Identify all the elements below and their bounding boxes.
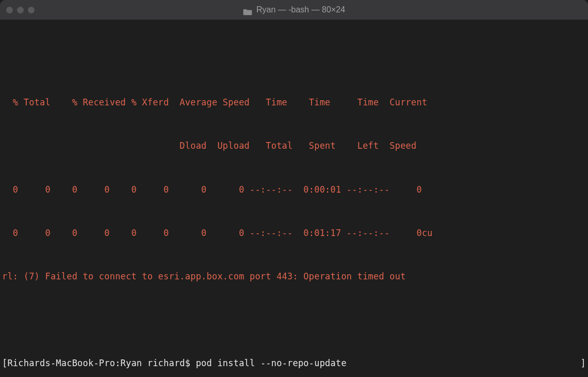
- terminal-area[interactable]: % Total % Received % Xferd Average Speed…: [0, 20, 588, 377]
- shell-command: pod install --no-repo-update: [196, 358, 347, 368]
- curl-header: % Total % Received % Xferd Average Speed…: [2, 95, 586, 109]
- curl-progress-row: 0 0 0 0 0 0 0 0 --:--:-- 0:00:01 --:--:-…: [2, 182, 586, 197]
- prompt-line: [Richards-MacBook-Pro:Ryan richard$ pod …: [2, 356, 586, 370]
- zoom-button[interactable]: [28, 7, 35, 13]
- curl-header: Dload Upload Total Spent Left Speed: [2, 138, 586, 153]
- minimize-button[interactable]: [17, 7, 24, 13]
- window-title: Ryan — -bash — 80×24: [256, 3, 345, 17]
- window-titlebar[interactable]: Ryan — -bash — 80×24: [0, 0, 588, 20]
- curl-error: rl: (7) Failed to connect to esri.app.bo…: [2, 269, 586, 284]
- traffic-lights: [6, 7, 35, 13]
- bracket-open: [: [2, 358, 7, 368]
- folder-icon: [243, 6, 252, 13]
- blank-line: [2, 312, 586, 327]
- bracket-close: ]: [581, 356, 586, 370]
- curl-progress-row: 0 0 0 0 0 0 0 0 --:--:-- 0:01:17 --:--:-…: [2, 226, 586, 240]
- close-button[interactable]: [6, 7, 13, 13]
- output-line: [2, 52, 586, 66]
- shell-prompt: Richards-MacBook-Pro:Ryan richard$: [7, 358, 195, 368]
- window-title-wrap: Ryan — -bash — 80×24: [6, 3, 582, 17]
